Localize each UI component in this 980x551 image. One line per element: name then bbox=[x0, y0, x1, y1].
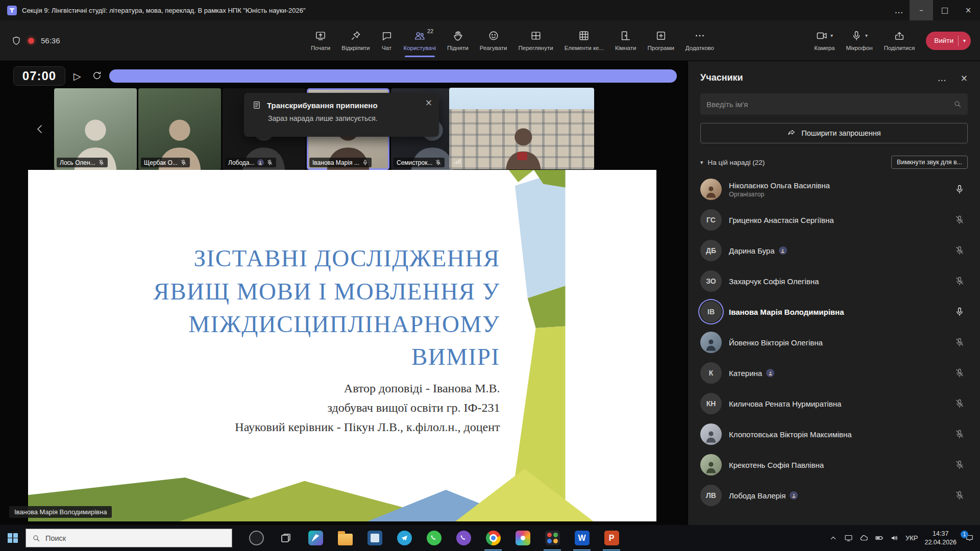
rooms-button[interactable]: Кімнати bbox=[609, 20, 642, 61]
taskbar-teams[interactable] bbox=[537, 525, 567, 551]
close-button[interactable]: × bbox=[957, 0, 980, 20]
teams-app-icon bbox=[545, 531, 560, 545]
start-transcription-button[interactable]: Почати bbox=[305, 20, 336, 61]
mic-muted-icon bbox=[435, 159, 442, 166]
apps-button[interactable]: Програми bbox=[642, 20, 679, 61]
network-icon[interactable] bbox=[844, 534, 853, 542]
language-indicator[interactable]: УКР bbox=[905, 534, 918, 542]
search-input[interactable] bbox=[706, 100, 953, 109]
mic-muted-icon[interactable] bbox=[954, 337, 965, 347]
mic-button[interactable]: ▾ Мікрофон bbox=[846, 30, 873, 51]
taskbar-app-media[interactable] bbox=[508, 525, 537, 551]
maximize-button[interactable]: □ bbox=[933, 0, 957, 20]
raise-hand-button[interactable]: Підняти bbox=[442, 20, 474, 61]
participants-button[interactable]: 22 Користувачі bbox=[398, 20, 442, 61]
meeting-shield-icon bbox=[11, 36, 21, 46]
camera-tile[interactable]: Лось Олен... bbox=[54, 88, 137, 170]
battery-icon[interactable] bbox=[875, 534, 884, 542]
unpin-button[interactable]: Відкріпити bbox=[336, 20, 375, 61]
share-invite-button[interactable]: Поширити запрошення bbox=[700, 123, 968, 143]
mic-muted-icon[interactable] bbox=[954, 368, 965, 378]
taskbar-file-explorer[interactable] bbox=[330, 525, 360, 551]
camera-tile[interactable]: Щербак О... bbox=[138, 88, 221, 170]
taskbar-clock[interactable]: 14:37 22.04.2026 bbox=[924, 530, 957, 547]
timer-play-button[interactable]: ▷ bbox=[74, 69, 81, 83]
participant-row[interactable]: ЗО Захарчук Софія Олегівна bbox=[700, 266, 968, 296]
leave-chevron-icon[interactable]: ▾ bbox=[963, 38, 966, 43]
participant-row[interactable]: Клопотовська Вікторія Максимівна bbox=[700, 419, 968, 449]
mic-muted-icon[interactable] bbox=[954, 245, 965, 256]
onedrive-icon[interactable] bbox=[860, 534, 868, 542]
participant-name: Дарина Бура bbox=[729, 246, 775, 255]
mute-all-button[interactable]: Вимкнути звук для в... bbox=[891, 156, 968, 169]
taskbar-task-view[interactable] bbox=[271, 525, 301, 551]
camera-button[interactable]: ▾ Камера bbox=[814, 30, 835, 51]
taskbar-chrome[interactable] bbox=[478, 525, 508, 551]
panel-more-icon[interactable]: … bbox=[938, 73, 946, 83]
view-button[interactable]: Переглянути bbox=[513, 20, 559, 61]
timer-reset-icon[interactable] bbox=[92, 70, 102, 81]
taskbar-whatsapp[interactable] bbox=[419, 525, 449, 551]
chat-icon bbox=[381, 30, 393, 41]
taskbar-powerpoint[interactable]: P bbox=[597, 525, 626, 551]
participant-row-active-speaker[interactable]: ІВ Іванова Марія Володимирівна bbox=[700, 296, 968, 327]
tile-name: Лось Олен... bbox=[60, 159, 95, 166]
taskbar-viber[interactable] bbox=[449, 525, 478, 551]
calculator-icon bbox=[368, 531, 382, 545]
start-button[interactable] bbox=[0, 525, 26, 551]
taskbar-app-design[interactable] bbox=[301, 525, 330, 551]
volume-icon[interactable] bbox=[890, 534, 899, 542]
people-icon bbox=[414, 30, 425, 41]
recording-dot-icon bbox=[28, 38, 34, 44]
participant-name: Ніколаєнко Ольга Василівна bbox=[729, 181, 830, 190]
titlebar-more-icon[interactable]: … bbox=[888, 0, 910, 20]
panel-close-icon[interactable]: × bbox=[961, 73, 968, 83]
meeting-stage: 07:00 ▷ Лось Олен... Щербак О... bbox=[0, 61, 688, 525]
participant-search[interactable] bbox=[700, 93, 968, 115]
mic-chevron-icon[interactable]: ▾ bbox=[865, 33, 868, 38]
taskbar-calculator[interactable] bbox=[360, 525, 389, 551]
share-button[interactable]: Поділитися bbox=[884, 30, 915, 51]
camera-tile-large[interactable] bbox=[449, 88, 594, 169]
more-button[interactable]: Додатково bbox=[680, 20, 720, 61]
search-placeholder: Поиск bbox=[45, 534, 66, 542]
participant-row[interactable]: Ніколаєнко Ольга Василівна Організатор bbox=[700, 174, 968, 205]
participant-row[interactable]: Крекотень Софія Павлівна bbox=[700, 449, 968, 480]
participant-row[interactable]: К Катерина bbox=[700, 358, 968, 388]
mic-muted-icon[interactable] bbox=[954, 215, 965, 225]
participant-row[interactable]: ДБ Дарина Бура bbox=[700, 235, 968, 266]
camera-controls-button[interactable]: Елементи ке... bbox=[559, 20, 609, 61]
camera-chevron-icon[interactable]: ▾ bbox=[830, 33, 833, 38]
strip-scroll-left-icon[interactable] bbox=[34, 123, 46, 135]
hidden-icons-chevron[interactable] bbox=[829, 534, 838, 542]
chat-button[interactable]: Чат bbox=[376, 20, 398, 61]
minimize-button[interactable]: – bbox=[910, 0, 933, 20]
mic-muted-icon[interactable] bbox=[954, 276, 965, 286]
notifications-button[interactable]: 1 bbox=[965, 534, 974, 542]
participant-row[interactable]: Йовенко Вікторія Олегівна bbox=[700, 327, 968, 358]
mic-muted-icon[interactable] bbox=[954, 429, 965, 439]
mic-muted-icon[interactable] bbox=[954, 460, 965, 470]
tile-name: Лобода... bbox=[228, 159, 255, 166]
participants-panel: Учасники … × Поширити запрошення ▾ На ці… bbox=[688, 61, 980, 525]
leave-divider bbox=[958, 36, 959, 46]
taskbar-app-circle[interactable] bbox=[241, 525, 271, 551]
taskbar-word[interactable]: W bbox=[567, 525, 597, 551]
mic-muted-icon[interactable] bbox=[954, 398, 965, 409]
participant-row[interactable]: ЛВ Лобода Валерія bbox=[700, 480, 968, 511]
windows-taskbar: Поиск W P УКР 14:37 22.04.2 bbox=[0, 525, 980, 551]
taskbar-search[interactable]: Поиск bbox=[26, 529, 232, 547]
section-chevron-icon[interactable]: ▾ bbox=[700, 160, 703, 165]
mic-on-icon[interactable] bbox=[954, 184, 965, 194]
mic-on-icon[interactable] bbox=[954, 307, 965, 317]
react-button[interactable]: Реагувати bbox=[474, 20, 513, 61]
leave-button[interactable]: Вийти ▾ bbox=[926, 32, 971, 50]
person-silhouette-icon bbox=[499, 121, 548, 169]
mic-muted-icon[interactable] bbox=[954, 490, 965, 500]
hand-icon bbox=[452, 30, 463, 41]
participant-row[interactable]: КН Киличова Рената Нурмиратівна bbox=[700, 388, 968, 419]
layout-icon bbox=[530, 30, 542, 41]
taskbar-telegram[interactable] bbox=[389, 525, 419, 551]
participant-row[interactable]: ГС Гриценко Анастасія Сергіївна bbox=[700, 205, 968, 235]
toast-close-icon[interactable]: × bbox=[425, 97, 432, 108]
